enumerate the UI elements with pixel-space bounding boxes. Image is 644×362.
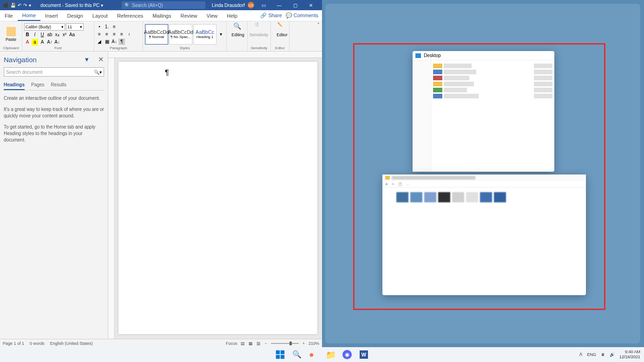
tray-volume-icon[interactable]: 🔊 (610, 352, 615, 357)
nav-tab-headings[interactable]: Headings (4, 80, 25, 90)
shading-button[interactable]: ◢ (96, 39, 103, 45)
tray-clock[interactable]: 9:40 AM 12/16/2021 (619, 349, 640, 360)
tab-layout[interactable]: Layout (88, 10, 112, 21)
strike-button[interactable]: ab (46, 32, 53, 38)
status-lang[interactable]: English (United States) (50, 341, 93, 346)
autosave-toggle[interactable]: ⬛ (3, 3, 8, 8)
nav-search-input[interactable]: Search document 🔍▾ (4, 67, 104, 77)
snap-window-desktop[interactable]: Desktop (413, 51, 554, 172)
tab-mailings[interactable]: Mailings (148, 10, 176, 21)
justify-button[interactable]: ≡ (118, 31, 125, 38)
comments-button[interactable]: 💬 Comments (286, 13, 318, 19)
font-size-combo[interactable]: 11▾ (66, 23, 84, 31)
case-button[interactable]: Aa (69, 32, 75, 38)
clear-format-button[interactable]: A (39, 39, 46, 45)
redo-icon[interactable]: ↷ (23, 3, 27, 8)
tab-insert[interactable]: Insert (40, 10, 63, 21)
style-nospacing[interactable]: AaBbCcDd ¶ No Spac... (169, 24, 192, 45)
grow-font-button[interactable]: A↑ (46, 39, 53, 45)
editing-button[interactable]: 🔍 Editing (229, 22, 247, 37)
para-label: Paragraph (96, 46, 141, 50)
qatdrop-icon[interactable]: ▾ (29, 3, 31, 8)
sort-button[interactable]: A↓ (111, 39, 118, 45)
tab-references[interactable]: References (112, 10, 148, 21)
multilevel-button[interactable]: ≡ (111, 24, 118, 30)
title-bar: ⬛ 💾 ↶ ↷ ▾ document - Saved to this PC ▾ … (0, 0, 322, 10)
tab-review[interactable]: Review (176, 10, 202, 21)
tray-network-icon[interactable]: 🖥 (601, 352, 605, 357)
borders-button[interactable]: ▦ (104, 39, 110, 45)
nav-dropdown[interactable]: ▾ (85, 55, 89, 63)
tray-lang[interactable]: ENG (587, 352, 596, 357)
svg-rect-0 (276, 350, 280, 354)
align-center-button[interactable]: ≡ (104, 31, 110, 38)
document-page[interactable]: ¶ (118, 62, 317, 334)
bold-button[interactable]: B (24, 32, 31, 38)
save-icon[interactable]: 💾 (10, 3, 16, 8)
align-right-button[interactable]: ≡ (111, 31, 118, 38)
editor-button[interactable]: ✏️ Editor (273, 22, 291, 37)
styles-expand[interactable]: ▾ (217, 31, 224, 38)
user-avatar[interactable]: LD (248, 2, 254, 8)
highlight-button[interactable]: a (32, 39, 38, 45)
minimize-button[interactable]: — (273, 0, 286, 10)
subscript-button[interactable]: x₂ (54, 32, 60, 38)
search-button[interactable]: 🔍 (290, 348, 303, 361)
nav-tab-pages[interactable]: Pages (31, 80, 44, 90)
tab-home[interactable]: Home (18, 10, 40, 21)
collapse-ribbon-button[interactable]: ^ (315, 21, 322, 27)
shrink-font-button[interactable]: A↓ (54, 39, 60, 45)
file-explorer-icon[interactable]: 📁 (324, 348, 337, 361)
show-marks-button[interactable]: ¶ (118, 39, 125, 45)
explorer-toolbar: ⊕✂📋… (382, 181, 586, 187)
tab-design[interactable]: Design (63, 10, 88, 21)
paste-button[interactable]: Paste (2, 27, 20, 42)
tray-chevron-icon[interactable]: ᐱ (579, 352, 582, 357)
tab-help[interactable]: Help (222, 10, 242, 21)
ribbon-mode-icon[interactable]: ▭ (257, 0, 270, 10)
line-spacing-button[interactable]: ↕ (126, 31, 132, 38)
status-words[interactable]: 0 words (30, 341, 45, 346)
word-icon[interactable]: W (357, 348, 370, 361)
superscript-button[interactable]: x² (61, 32, 68, 38)
view-print-icon[interactable]: ▦ (249, 341, 253, 346)
zoom-in[interactable]: + (302, 341, 305, 346)
nav-tab-results[interactable]: Results (51, 80, 66, 90)
nav-search-icon[interactable]: 🔍▾ (94, 70, 102, 75)
style-heading1[interactable]: AaBbCc Heading 1 (193, 24, 217, 45)
title-search[interactable]: 🔍 Search (Alt+Q) (122, 1, 205, 9)
user-name[interactable]: Linda Drausdorf (212, 3, 245, 8)
view-web-icon[interactable]: ▥ (256, 341, 261, 346)
undo-icon[interactable]: ↶ (18, 3, 21, 8)
start-button[interactable] (274, 348, 287, 361)
horizontal-ruler[interactable] (108, 52, 322, 58)
underline-button[interactable]: U (39, 32, 46, 38)
taskbar: 🔍 ● 📁 ◉ W ᐱ ENG 🖥 🔊 9:40 AM 12/16/2021 (0, 347, 644, 362)
align-left-button[interactable]: ≡ (96, 31, 103, 38)
zoom-level[interactable]: 210% (309, 341, 319, 346)
focus-mode[interactable]: Focus (226, 341, 237, 346)
zoom-out[interactable]: − (264, 341, 267, 346)
tab-file[interactable]: File (0, 10, 18, 21)
font-name-combo[interactable]: Calibri (Body)▾ (24, 23, 65, 31)
numbering-button[interactable]: 1. (104, 24, 110, 30)
status-page[interactable]: Page 1 of 1 (3, 341, 24, 346)
close-button[interactable]: ✕ (304, 0, 317, 10)
tab-view[interactable]: View (202, 10, 223, 21)
vertical-ruler[interactable] (108, 58, 115, 339)
snap-window-explorer[interactable]: ⊕✂📋… (382, 175, 586, 295)
share-button[interactable]: 🔗 Share (260, 13, 282, 19)
view-read-icon[interactable]: ▤ (241, 341, 245, 346)
bullets-button[interactable]: • (96, 24, 103, 30)
document-name[interactable]: document - Saved to this PC ▾ (40, 3, 103, 8)
zoom-slider[interactable] (271, 343, 299, 344)
discord-icon[interactable]: ◉ (341, 348, 354, 361)
nav-close-button[interactable]: ✕ (98, 55, 104, 63)
italic-button[interactable]: I (32, 32, 38, 38)
maximize-button[interactable]: ▢ (289, 0, 302, 10)
paragraph-mark: ¶ (165, 69, 169, 77)
firefox-icon[interactable]: ● (307, 348, 320, 361)
style-normal[interactable]: AaBbCcDd ¶ Normal (145, 24, 168, 45)
nav-title: Navigation (4, 56, 37, 64)
fontcolor-button[interactable]: A (24, 39, 31, 45)
